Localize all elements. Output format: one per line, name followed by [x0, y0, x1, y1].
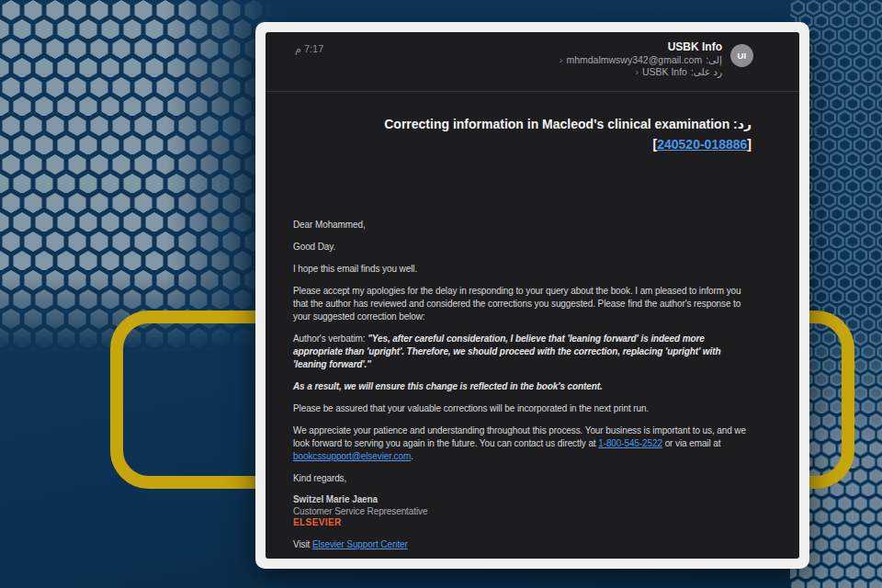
- email-window: 7:17 م UI USBK Info إلى: mhmdalmwswy342@…: [255, 22, 809, 569]
- chevron-icon: ‹: [635, 66, 639, 78]
- signature-title: Customer Service Representative: [293, 506, 755, 518]
- email-viewer: 7:17 م UI USBK Info إلى: mhmdalmwswy342@…: [266, 32, 799, 559]
- subject-title: Correcting information in Macleod's clin…: [384, 117, 729, 131]
- subject-block: رد: Correcting information in Macleod's …: [266, 92, 799, 154]
- chevron-icon: ‹: [560, 54, 563, 66]
- support-email-link[interactable]: bookcssupport@elsevier.com: [293, 451, 411, 461]
- ticket-bracket-close: ]: [747, 137, 752, 152]
- visit-text: Visit: [293, 539, 312, 549]
- sender-avatar[interactable]: UI: [730, 44, 753, 67]
- body-paragraph: Visit Elsevier Support Center: [293, 538, 755, 551]
- body-paragraph: Please accept my apologies for the delay…: [293, 285, 755, 323]
- phone-link[interactable]: 1-800-545-2522: [598, 438, 662, 448]
- body-paragraph: Author's verbatim: "Yes, after careful c…: [293, 333, 755, 371]
- email-timestamp: 7:17 م: [295, 43, 323, 55]
- to-row[interactable]: إلى: mhmdalmwswy342@gmail.com ‹: [293, 54, 722, 66]
- body-paragraph: Dear Mohammed,: [293, 219, 755, 232]
- signature-block: Switzel Marie Jaena Customer Service Rep…: [293, 494, 755, 529]
- support-center-link[interactable]: Elsevier Support Center: [312, 539, 408, 549]
- body-paragraph: Please be assured that your valuable cor…: [293, 402, 755, 415]
- body-paragraph: As a result, we will ensure this change …: [293, 380, 755, 393]
- signature-name: Switzel Marie Jaena: [293, 494, 755, 506]
- reply-to-row[interactable]: رد على: USBK Info ‹: [293, 66, 722, 78]
- to-address[interactable]: mhmdalmwswy342@gmail.com: [566, 54, 702, 66]
- email-body: Dear Mohammed, Good Day. I hope this ema…: [266, 154, 799, 559]
- body-paragraph: I hope this email finds you well.: [293, 263, 755, 276]
- body-paragraph: We appreciate your patience and understa…: [293, 424, 755, 463]
- to-label: إلى:: [706, 54, 722, 66]
- reply-to-label: رد على:: [691, 66, 722, 78]
- appreciate-text: or via email at: [662, 438, 720, 448]
- desktop-background: { "colors": { "link": "#4a97e8", "elsevi…: [0, 0, 882, 588]
- subject-ticket-line: [240520-018886]: [293, 134, 752, 154]
- subject-reply-prefix: رد:: [733, 117, 752, 131]
- signature-company: ELSEVIER: [293, 517, 755, 529]
- appreciate-text: .: [411, 451, 413, 461]
- email-header: 7:17 م UI USBK Info إلى: mhmdalmwswy342@…: [266, 32, 799, 91]
- verbatim-label: Author's verbatim:: [293, 334, 368, 344]
- body-paragraph: Good Day.: [293, 241, 755, 254]
- body-paragraph: Kind regards,: [293, 472, 755, 485]
- ticket-number-link[interactable]: 240520-018886: [657, 137, 747, 152]
- subject-line: رد: Correcting information in Macleod's …: [293, 114, 752, 134]
- sender-name[interactable]: USBK Info: [293, 40, 722, 54]
- reply-to-value[interactable]: USBK Info: [642, 66, 687, 78]
